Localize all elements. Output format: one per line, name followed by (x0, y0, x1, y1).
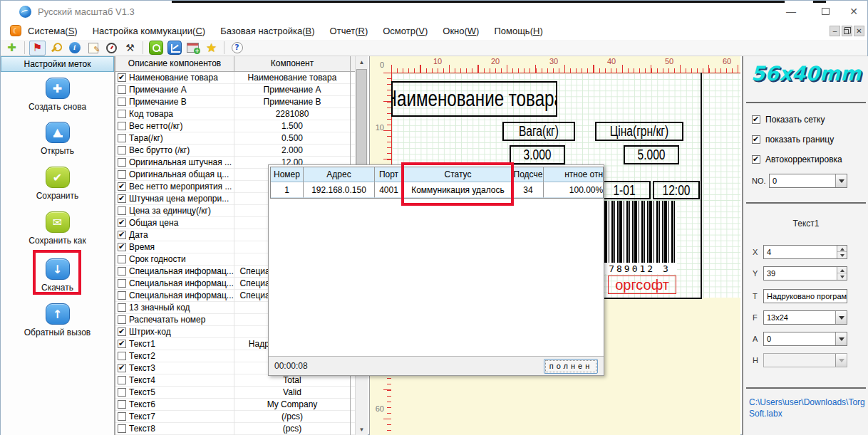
component-row[interactable]: Текст8 (pcs) (115, 423, 355, 435)
component-checkbox[interactable] (118, 110, 126, 118)
component-checkbox[interactable] (118, 194, 126, 203)
component-checkbox[interactable] (118, 206, 126, 215)
component-row[interactable]: Текст6 My Company (115, 399, 355, 411)
component-checkbox[interactable] (118, 255, 126, 263)
component-checkbox[interactable] (118, 279, 126, 288)
angle-dropdown[interactable]: 0 (763, 332, 847, 346)
component-row[interactable]: Вес нетто(/кг) 1.500 (115, 120, 355, 132)
component-row[interactable]: Примечание B Примечание B (115, 96, 355, 108)
component-checkbox[interactable] (118, 327, 126, 336)
menu-item[interactable]: Базовая настройка(B) (220, 26, 314, 36)
label-item-date[interactable]: 1-01 (598, 181, 651, 199)
timer-button[interactable] (103, 41, 120, 56)
mdi-restore-button[interactable] (842, 26, 852, 36)
step-up-icon[interactable] (837, 267, 847, 273)
component-checkbox[interactable] (118, 376, 126, 384)
column-header-description[interactable]: Описание компонентов (115, 56, 234, 71)
mdi-minimize-button[interactable]: – (830, 26, 840, 36)
menu-item[interactable]: Настройка коммукации(C) (93, 26, 205, 36)
menu-item[interactable]: Система(S) (28, 26, 78, 36)
chevron-down-icon[interactable] (835, 174, 847, 187)
component-checkbox[interactable] (118, 243, 126, 251)
component-row[interactable]: Код товара 2281080 (115, 108, 355, 120)
sidebar-button[interactable]: ✚ Создать снова (1, 78, 114, 112)
sidebar-button[interactable]: ↑ Обратный вызов (1, 303, 114, 337)
component-checkbox[interactable] (118, 158, 126, 167)
show-grid-checkbox[interactable] (752, 115, 760, 124)
mdi-close-button[interactable]: ✕ (854, 26, 864, 36)
help-button[interactable]: ? (229, 41, 245, 56)
component-row[interactable]: Текст7 (/pcs) (115, 411, 355, 423)
component-checkbox[interactable] (118, 134, 126, 142)
sidebar-button[interactable]: ✔ Сохранить (1, 167, 114, 201)
component-row[interactable]: Наименование товара Наименование товара (115, 72, 355, 84)
new-label-button[interactable]: ✚ (4, 41, 20, 56)
label-item-time[interactable]: 12:00 (653, 181, 700, 199)
component-checkbox[interactable] (118, 122, 126, 130)
component-checkbox[interactable] (118, 98, 126, 106)
chevron-down-icon[interactable] (835, 311, 847, 324)
key-button[interactable] (48, 41, 64, 56)
autocorrect-checkbox[interactable] (752, 155, 760, 164)
menu-item[interactable]: Осмотр(V) (383, 26, 428, 36)
component-checkbox[interactable] (118, 231, 126, 239)
component-checkbox[interactable] (118, 267, 126, 276)
font-dropdown[interactable]: 13x24 (763, 310, 847, 325)
component-row[interactable]: Примечание A Примечание A (115, 84, 355, 96)
file-path-text[interactable]: C:\Users\user\Downloads\TorgSoft.labx (749, 397, 866, 419)
column-header-component[interactable]: Компонент (234, 56, 351, 71)
label-item-price-caption[interactable]: Ціна(грн/кг) (595, 122, 683, 141)
component-row[interactable]: Текст5 Valid (115, 387, 355, 399)
component-checkbox[interactable] (118, 315, 126, 324)
label-item-brand[interactable]: оргсофт (608, 276, 676, 294)
show-grid-row[interactable]: Показать сетку (752, 115, 825, 125)
show-border-row[interactable]: показать границу (752, 135, 834, 145)
component-row[interactable]: Тара(/кг) 0.500 (115, 132, 355, 145)
component-checkbox[interactable] (118, 291, 126, 300)
step-up-icon[interactable] (837, 246, 847, 252)
component-checkbox[interactable] (118, 352, 126, 360)
tools-button[interactable]: ⚒ (122, 41, 138, 56)
y-input[interactable]: 39 (763, 266, 847, 281)
label-item-weight-value[interactable]: 3.000 (510, 145, 565, 164)
component-row[interactable]: Текст4 Total (115, 374, 355, 387)
scroll-up-button[interactable]: ▲ (356, 56, 368, 68)
step-down-icon[interactable] (837, 252, 847, 258)
step-down-icon[interactable] (837, 273, 847, 280)
component-checkbox[interactable] (118, 388, 126, 397)
show-border-checkbox[interactable] (752, 135, 760, 144)
menu-item[interactable]: Помощь(H) (494, 26, 542, 36)
sidebar-button[interactable]: ✉ Сохранить как (1, 211, 114, 246)
favorites-button[interactable]: ★ (203, 41, 219, 56)
component-checkbox[interactable] (118, 400, 126, 409)
label-item-weight-caption[interactable]: Вага(кг) (502, 122, 575, 141)
done-button[interactable]: полнен (544, 359, 598, 374)
label-item-price-value[interactable]: 5.000 (624, 145, 679, 164)
component-checkbox[interactable] (118, 412, 126, 421)
monitor-button[interactable]: + (185, 41, 201, 56)
component-checkbox[interactable] (118, 364, 126, 372)
chart-button[interactable] (166, 41, 182, 56)
maximize-button[interactable] (815, 5, 836, 18)
design-flag-button[interactable]: ⚑ (29, 41, 46, 56)
menu-item[interactable]: Окно(W) (443, 26, 479, 36)
component-checkbox[interactable] (118, 424, 126, 433)
sidebar-button[interactable]: ▲ Открыть (1, 122, 114, 156)
component-checkbox[interactable] (118, 219, 126, 227)
component-row[interactable]: Вес брутто (/кг) 2.000 (115, 145, 355, 157)
menu-item[interactable]: Отчет(R) (330, 26, 368, 36)
minimize-button[interactable]: — (780, 5, 802, 18)
component-checkbox[interactable] (118, 303, 126, 312)
component-checkbox[interactable] (118, 182, 126, 191)
x-input[interactable]: 4 (763, 245, 847, 259)
info-button[interactable]: i (66, 41, 83, 56)
zoom-button[interactable] (148, 41, 164, 56)
component-checkbox[interactable] (118, 85, 126, 94)
label-item-product-name[interactable]: Наименование товара (391, 81, 557, 117)
scroll-down-button[interactable]: ▼ (356, 424, 368, 435)
component-checkbox[interactable] (118, 73, 126, 82)
y-stepper[interactable] (837, 267, 847, 280)
text-input[interactable]: Надруковано програм (763, 289, 847, 303)
close-button[interactable]: ✕ (843, 5, 864, 18)
autocorrect-row[interactable]: Автокорректировка (752, 154, 842, 164)
